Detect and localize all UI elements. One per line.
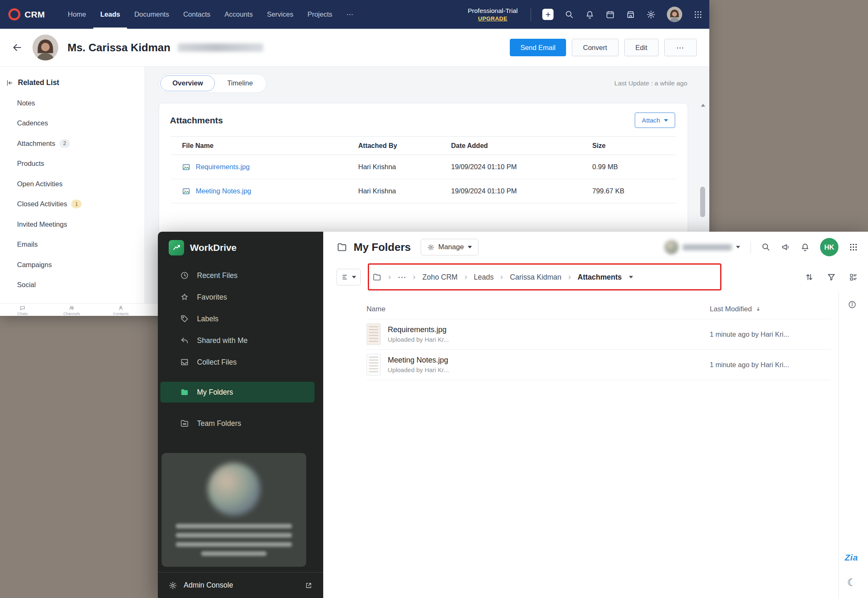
nav-item-projects[interactable]: Projects (300, 0, 339, 29)
list-tree-icon (342, 273, 349, 281)
file-name[interactable]: Requirements.jpg (388, 325, 449, 334)
breadcrumb-row: ⋯ Zoho CRM Leads Carissa Kidman Attachme… (323, 263, 868, 292)
scrollbar-up-arrow[interactable] (701, 104, 705, 107)
sidebar-item-social[interactable]: Social (0, 275, 145, 295)
attachment-file-link[interactable]: Requirements.jpg (196, 163, 249, 171)
settings-gear-icon[interactable] (646, 10, 656, 19)
search-icon[interactable] (761, 243, 771, 252)
last-modified-column-header[interactable]: Last Modified (710, 305, 831, 313)
nav-more-menu[interactable]: ⋯ (339, 0, 361, 29)
file-row[interactable]: Meeting Notes.jpg Uploaded by Hari Kr...… (367, 350, 831, 380)
attach-button[interactable]: Attach (635, 113, 675, 128)
crm-brand[interactable]: CRM (8, 8, 45, 20)
edit-button[interactable]: Edit (624, 39, 658, 56)
calendar-icon[interactable] (606, 10, 615, 19)
attachments-count-badge: 2 (60, 139, 70, 148)
sidebar-item-attachments[interactable]: Attachments2 (0, 133, 145, 154)
search-icon[interactable] (565, 10, 574, 19)
caret-down-icon (468, 246, 472, 248)
upgrade-link[interactable]: UPGRADE (478, 15, 507, 23)
record-more-button[interactable]: ⋯ (664, 39, 697, 56)
org-dropdown-blurred[interactable] (664, 240, 740, 254)
wd-nav-shared-with-me[interactable]: Shared with Me (158, 330, 323, 351)
sidebar-item-campaigns[interactable]: Campaigns (0, 255, 145, 275)
breadcrumb-zoho-crm[interactable]: Zoho CRM (422, 273, 458, 282)
info-icon[interactable] (848, 300, 857, 309)
workdrive-brand[interactable]: WorkDrive (158, 232, 323, 255)
filter-funnel-icon[interactable] (827, 273, 836, 282)
table-row[interactable]: Requirements.jpg Hari Krishna 19/09/2024… (171, 155, 676, 179)
notifications-bell-icon[interactable] (801, 243, 810, 252)
chevron-right-icon (387, 275, 392, 280)
nav-item-leads[interactable]: Leads (93, 0, 127, 29)
attachment-file-link[interactable]: Meeting Notes.jpg (196, 187, 251, 195)
nav-item-documents[interactable]: Documents (127, 0, 176, 29)
breadcrumb-attachments[interactable]: Attachments (578, 273, 622, 282)
collapse-sidebar-icon[interactable] (6, 79, 13, 87)
apps-grid-icon[interactable] (849, 243, 858, 252)
file-name[interactable]: Meeting Notes.jpg (388, 356, 449, 365)
announcements-icon[interactable] (781, 243, 790, 252)
sidebar-item-emails[interactable]: Emails (0, 235, 145, 255)
tab-timeline[interactable]: Timeline (215, 75, 265, 91)
sort-icon[interactable] (805, 273, 814, 282)
wd-nav-favorites[interactable]: Favorites (158, 286, 323, 308)
sidebar-item-products[interactable]: Products (0, 154, 145, 174)
back-arrow-icon[interactable] (12, 42, 22, 53)
crm-main-menu: Home Leads Documents Contacts Accounts S… (61, 0, 361, 29)
wd-nav-recent-files[interactable]: Recent Files (158, 265, 323, 286)
breadcrumb-leads[interactable]: Leads (474, 273, 494, 282)
dock-channels[interactable]: Channels (56, 304, 87, 316)
record-title: Ms. Carissa Kidman (67, 41, 170, 54)
tab-overview[interactable]: Overview (160, 75, 215, 91)
manage-button[interactable]: Manage (421, 239, 478, 255)
vertical-scrollbar-thumb[interactable] (700, 187, 705, 217)
workdrive-user-avatar[interactable]: HK (820, 238, 838, 256)
file-uploaded-by: Uploaded by Hari Kr... (388, 366, 449, 373)
dock-chats[interactable]: Chats (7, 304, 38, 316)
sidebar-item-notes[interactable]: Notes (0, 93, 145, 113)
quick-create-button[interactable] (542, 9, 554, 20)
sidebar-item-open-activities[interactable]: Open Activities (0, 174, 145, 194)
admin-console-button[interactable]: Admin Console (158, 572, 323, 598)
folder-outline-icon[interactable] (372, 273, 382, 282)
contact-photo-avatar[interactable] (32, 35, 58, 60)
table-row[interactable]: Meeting Notes.jpg Hari Krishna 19/09/202… (171, 179, 676, 203)
send-email-button[interactable]: Send Email (510, 39, 566, 56)
navbar-divider (531, 8, 531, 21)
breadcrumb-collapsed-ellipsis[interactable]: ⋯ (398, 272, 406, 282)
folder-icon (180, 388, 189, 397)
nav-item-contacts[interactable]: Contacts (176, 0, 217, 29)
apps-grid-icon[interactable] (693, 10, 703, 19)
nav-item-services[interactable]: Services (260, 0, 300, 29)
marketplace-icon[interactable] (626, 10, 635, 19)
nav-item-accounts[interactable]: Accounts (217, 0, 260, 29)
sidebar-item-cadences[interactable]: Cadences (0, 113, 145, 134)
caret-down-icon[interactable] (629, 276, 633, 278)
wd-nav-team-folders[interactable]: Team Folders (158, 413, 323, 434)
file-row[interactable]: Requirements.jpg Uploaded by Hari Kr... … (367, 319, 831, 350)
name-column-header[interactable]: Name (367, 305, 710, 313)
channels-users-icon (69, 305, 75, 311)
user-avatar[interactable] (667, 7, 682, 22)
view-details-icon[interactable] (849, 273, 858, 282)
dark-mode-moon-icon[interactable]: ☾ (847, 577, 856, 588)
topbar-divider (751, 241, 751, 253)
convert-button[interactable]: Convert (572, 39, 619, 56)
sidebar-item-closed-activities[interactable]: Closed Activities1 (0, 194, 145, 215)
nav-item-home[interactable]: Home (61, 0, 93, 29)
view-tree-dropdown[interactable] (337, 269, 361, 285)
gear-icon (169, 581, 177, 590)
wd-nav-collect-files[interactable]: Collect Files (158, 351, 323, 373)
workdrive-page-title: My Folders (354, 241, 411, 254)
sidebar-item-invited-meetings[interactable]: Invited Meetings (0, 214, 145, 235)
zia-assistant-icon[interactable]: Zia (845, 553, 858, 563)
notifications-bell-icon[interactable] (585, 10, 594, 19)
wd-nav-labels[interactable]: Labels (158, 308, 323, 330)
caret-down-icon (664, 119, 668, 122)
wd-nav-my-folders[interactable]: My Folders (160, 382, 314, 403)
breadcrumb-carissa-kidman[interactable]: Carissa Kidman (510, 273, 561, 282)
external-link-icon[interactable] (305, 582, 312, 589)
promo-blurred-text-line (176, 524, 292, 528)
dock-contacts[interactable]: Contacts (105, 304, 137, 316)
